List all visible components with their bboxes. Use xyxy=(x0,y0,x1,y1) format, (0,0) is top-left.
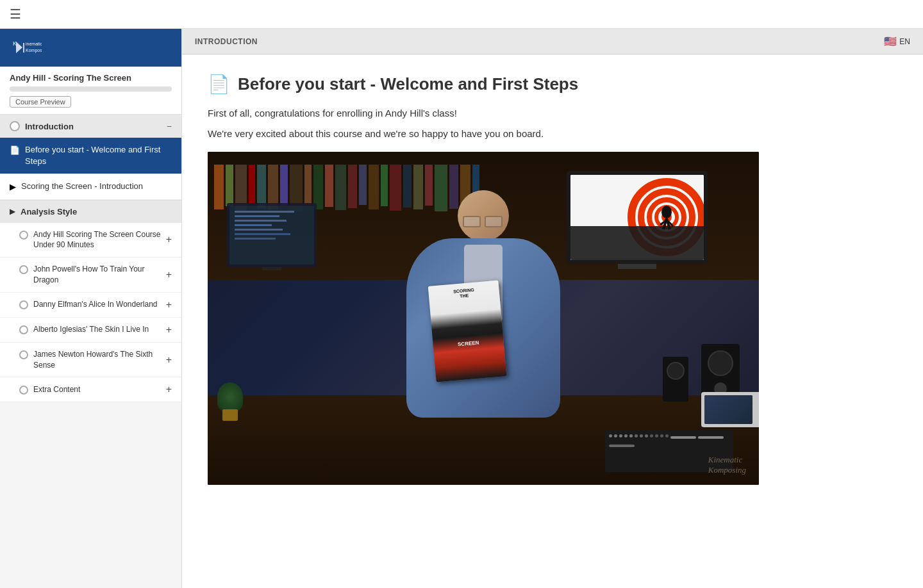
sub-item-left: Andy Hill Scoring The Screen Course Unde… xyxy=(19,229,166,251)
monitor-left xyxy=(227,203,317,270)
sub-item-circle-elfman xyxy=(19,300,28,309)
language-badge[interactable]: 🇺🇸 EN xyxy=(884,35,910,47)
video-container[interactable]: SCORING THE SCREEN xyxy=(208,152,759,485)
lesson-doc-icon: 📄 xyxy=(10,145,20,155)
video-watermark: Kinematic Komposing xyxy=(708,455,746,475)
analysis-style-title: Analysis Style xyxy=(21,207,77,216)
sub-item-add-icon-powell[interactable]: + xyxy=(166,269,172,281)
sub-item-add-icon-alberto[interactable]: + xyxy=(166,324,172,336)
sub-item-circle-james xyxy=(19,350,28,359)
sub-item-left-elfman: Danny Elfman's Alice In Wonderland xyxy=(19,299,158,310)
sub-item-left-james: James Newton Howard's The Sixth Sense xyxy=(19,349,166,371)
sub-item-title-powell: John Powell's How To Train Your Dragon xyxy=(33,264,166,286)
content-section-title: INTRODUCTION xyxy=(195,37,258,46)
top-nav-bar: ☰ xyxy=(0,0,923,29)
video-scene: SCORING THE SCREEN xyxy=(208,152,759,485)
svg-text:inematic: inematic xyxy=(26,42,42,46)
intro-paragraph-1: First of all, congratulations for enroll… xyxy=(208,108,897,118)
sub-item-circle-powell xyxy=(19,265,28,274)
person-figure: SCORING THE SCREEN xyxy=(387,177,579,421)
sub-item-circle-icon xyxy=(19,231,28,240)
sub-item-add-icon-extra[interactable]: + xyxy=(166,384,172,395)
introduction-section-title: Introduction xyxy=(25,122,74,131)
progress-bar xyxy=(10,86,172,92)
content-scroll: 📄 Before you start - Welcome and First S… xyxy=(182,54,923,588)
sidebar: K inematic Komposing Andy Hill - Scoring… xyxy=(0,29,182,588)
content-area: INTRODUCTION 🇺🇸 EN 📄 Before you start - … xyxy=(182,29,923,588)
collapse-icon: − xyxy=(167,121,172,131)
analysis-style-section-header[interactable]: ▶ Analysis Style xyxy=(0,200,181,223)
sub-item-add-icon-elfman[interactable]: + xyxy=(166,299,172,311)
main-layout: K inematic Komposing Andy Hill - Scoring… xyxy=(0,29,923,588)
kinematic-logo-icon: K inematic Komposing xyxy=(10,37,42,59)
svg-rect-12 xyxy=(570,226,704,260)
monitor-spiral-svg xyxy=(570,175,704,260)
sub-item-james-newton[interactable]: James Newton Howard's The Sixth Sense + xyxy=(0,343,181,378)
monitor-right xyxy=(567,171,708,269)
sub-item-title-alberto: Alberto Iglesias' The Skin I Live In xyxy=(33,324,149,335)
sub-item-title-andy-hill: Andy Hill Scoring The Screen Course Unde… xyxy=(33,229,166,251)
section-header-left: Introduction xyxy=(10,121,74,131)
introduction-section-header[interactable]: Introduction − xyxy=(0,114,181,138)
sidebar-logo-header: K inematic Komposing xyxy=(0,29,181,67)
sub-item-left-powell: John Powell's How To Train Your Dragon xyxy=(19,264,166,286)
watermark-line1: Kinematic xyxy=(708,455,746,465)
speaker-left-small xyxy=(663,357,688,402)
sub-item-left-extra: Extra Content xyxy=(19,384,80,395)
sub-item-title-james: James Newton Howard's The Sixth Sense xyxy=(33,349,166,371)
lesson-item-before-you-start[interactable]: 📄 Before you start - Welcome and First S… xyxy=(0,138,181,174)
flag-icon: 🇺🇸 xyxy=(884,35,897,47)
analysis-play-icon: ▶ xyxy=(10,207,15,216)
lesson-title-row: 📄 Before you start - Welcome and First S… xyxy=(208,74,897,95)
lesson-item-scoring-intro[interactable]: ▶ Scoring the Screen - Introduction xyxy=(0,174,181,199)
sub-item-alberto[interactable]: Alberto Iglesias' The Skin I Live In + xyxy=(0,318,181,343)
content-header: INTRODUCTION 🇺🇸 EN xyxy=(182,29,923,54)
lesson-main-doc-icon: 📄 xyxy=(208,74,230,95)
lesson-main-title: Before you start - Welcome and First Ste… xyxy=(238,74,578,94)
sub-item-extra-content[interactable]: Extra Content + xyxy=(0,377,181,402)
sub-item-danny-elfman[interactable]: Danny Elfman's Alice In Wonderland + xyxy=(0,293,181,318)
lesson-title-before-you-start: Before you start - Welcome and First Ste… xyxy=(25,144,172,167)
plant-decoration xyxy=(217,382,243,421)
sub-item-title-extra: Extra Content xyxy=(33,384,80,395)
svg-text:Komposing: Komposing xyxy=(26,48,42,53)
lang-label: EN xyxy=(899,37,910,46)
sub-item-circle-extra xyxy=(19,386,28,395)
watermark-line2: Komposing xyxy=(708,465,746,475)
video-placeholder: SCORING THE SCREEN xyxy=(208,152,759,485)
svg-point-13 xyxy=(661,206,672,218)
sub-item-circle-alberto xyxy=(19,325,28,334)
hamburger-icon[interactable]: ☰ xyxy=(10,6,21,22)
lesson-play-icon: ▶ xyxy=(10,182,16,192)
course-title-area: Andy Hill - Scoring The Screen Course Pr… xyxy=(0,67,181,114)
sub-item-add-icon[interactable]: + xyxy=(166,234,172,245)
sub-item-add-icon-james[interactable]: + xyxy=(166,354,172,366)
laptop-partial xyxy=(701,392,759,427)
sub-item-andy-hill[interactable]: Andy Hill Scoring The Screen Course Unde… xyxy=(0,223,181,258)
course-preview-button[interactable]: Course Preview xyxy=(10,96,71,108)
intro-paragraph-2: We're very excited about this course and… xyxy=(208,128,897,139)
lesson-title-scoring-intro: Scoring the Screen - Introduction xyxy=(21,181,143,192)
plant-pot xyxy=(222,409,238,421)
course-title: Andy Hill - Scoring The Screen xyxy=(10,73,172,83)
sub-item-left-alberto: Alberto Iglesias' The Skin I Live In xyxy=(19,324,149,335)
sub-item-title-elfman: Danny Elfman's Alice In Wonderland xyxy=(33,299,158,310)
section-circle-icon xyxy=(10,121,20,131)
plant-leaves xyxy=(217,382,243,411)
sub-item-john-powell[interactable]: John Powell's How To Train Your Dragon + xyxy=(0,257,181,293)
